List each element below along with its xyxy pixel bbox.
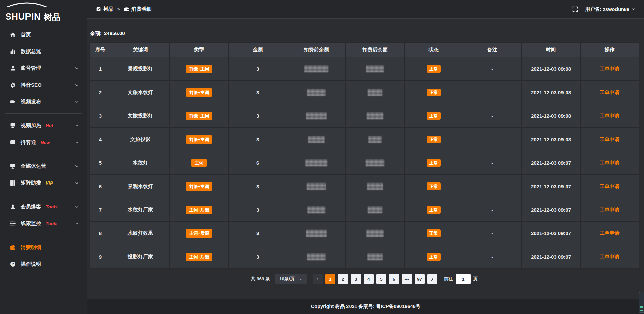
- breadcrumb: 树品>消费明细: [96, 6, 152, 12]
- chevron-down-icon: [75, 66, 79, 70]
- chevron-right-icon: [430, 277, 434, 281]
- sidebar-item-matrix-boost[interactable]: 矩阵助推VIP: [0, 174, 87, 191]
- cell-pre-balance: [287, 198, 346, 221]
- table-row: 8水纹灯效果主词+后缀3正常-2021-12-03 09:07工单申请: [90, 221, 639, 245]
- sidebar-item-account-management[interactable]: 账号管理: [0, 60, 87, 76]
- cell-index: 8: [90, 221, 111, 245]
- column-header: 类型: [170, 42, 228, 57]
- next-page-button[interactable]: [427, 274, 437, 284]
- masked-balance: [367, 253, 383, 260]
- masked-balance: [304, 65, 328, 72]
- corner-widget[interactable]: [639, 292, 644, 313]
- cell-keyword: 文旅水纹灯: [111, 81, 170, 104]
- cell-time: 2021-12-03 09:07: [522, 174, 580, 198]
- fullscreen-icon[interactable]: [572, 6, 578, 12]
- page-button-1[interactable]: 1: [325, 274, 335, 284]
- work-order-link[interactable]: 工单申请: [600, 207, 620, 212]
- sidebar-item-omnimedia-operation[interactable]: 全媒体运营: [0, 158, 87, 174]
- chevron-down-icon: [75, 205, 79, 209]
- sidebar-item-data-overview[interactable]: 数据总览: [0, 43, 87, 60]
- sidebar-item-video-heat[interactable]: 视频加热Hot: [0, 117, 87, 134]
- sidebar-item-label: 矩阵助推: [21, 180, 41, 186]
- sidebar-item-douyin-seo[interactable]: 抖音SEO: [0, 76, 87, 93]
- work-order-link[interactable]: 工单申请: [600, 184, 620, 189]
- page-button-5[interactable]: 5: [376, 274, 386, 284]
- cell-remark: -: [463, 174, 522, 198]
- page-button-3[interactable]: 3: [351, 274, 361, 284]
- sidebar-item-label: 抖音SEO: [21, 82, 42, 88]
- prev-page-button[interactable]: [313, 274, 323, 284]
- page-button-6[interactable]: 6: [389, 274, 399, 284]
- username-value: zswodun88: [603, 7, 629, 12]
- sidebar-item-label: 全媒体运营: [21, 163, 46, 169]
- cell-pre-balance: [287, 245, 346, 268]
- cell-type: 前缀+主词: [170, 104, 228, 127]
- page-ellipsis-button[interactable]: •••: [402, 274, 412, 284]
- sidebar-item-label: 账号管理: [21, 65, 41, 71]
- cell-status: 正常: [404, 151, 463, 174]
- sidebar-divider: [5, 154, 82, 154]
- user-menu[interactable]: 用户名: zswodun88: [585, 6, 636, 12]
- cell-status: 正常: [404, 245, 463, 268]
- topbar-right: 用户名: zswodun88: [572, 6, 636, 12]
- masked-balance: [366, 65, 384, 72]
- sidebar-item-douketong[interactable]: 抖客通New: [0, 134, 87, 151]
- breadcrumb-item[interactable]: 消费明细: [124, 6, 152, 12]
- sidebar-item-label: 视频发布: [21, 99, 41, 105]
- sidebar-item-label: 数据总览: [21, 48, 41, 55]
- sidebar-item-label: 线索监控: [21, 220, 41, 227]
- work-order-link[interactable]: 工单申请: [600, 90, 620, 95]
- work-order-link[interactable]: 工单申请: [600, 160, 620, 165]
- cell-amount: 6: [228, 151, 287, 174]
- breadcrumb-item[interactable]: 树品: [96, 6, 113, 12]
- work-order-link[interactable]: 工单申请: [600, 137, 620, 142]
- remark-value: -: [491, 66, 493, 72]
- remark-value: -: [491, 90, 493, 95]
- cell-remark: -: [463, 81, 522, 104]
- work-order-link[interactable]: 工单申请: [600, 254, 620, 259]
- sidebar-item-clue-monitor[interactable]: 线索监控Tools: [0, 215, 87, 232]
- page-button-4[interactable]: 4: [364, 274, 374, 284]
- table-row: 4文旅投影前缀+主词3正常-2021-12-03 09:08工单申请: [90, 127, 639, 151]
- cell-amount: 3: [228, 198, 287, 221]
- work-order-link[interactable]: 工单申请: [600, 113, 620, 118]
- type-tag: 前缀+主词: [186, 65, 213, 73]
- breadcrumb-label: 消费明细: [131, 6, 152, 12]
- cell-post-balance: [346, 221, 405, 245]
- cell-keyword: 景观水纹灯: [111, 174, 170, 198]
- cell-type: 前缀+主词: [170, 127, 228, 151]
- status-badge: 正常: [427, 65, 441, 73]
- sidebar-item-operation-guide[interactable]: ?操作说明: [0, 256, 87, 272]
- page-size-select[interactable]: 10条/页: [275, 274, 307, 284]
- masked-balance: [367, 183, 383, 190]
- cell-action: 工单申请: [580, 81, 639, 104]
- cell-keyword: 景观投影灯: [111, 57, 170, 81]
- column-header: 金额: [228, 42, 287, 57]
- cell-time: 2021-12-03 09:07: [522, 151, 580, 174]
- sidebar-divider: [5, 113, 82, 114]
- cell-pre-balance: [287, 127, 346, 151]
- sidebar-item-video-publish[interactable]: 视频发布: [0, 93, 87, 110]
- sidebar-item-consumption-details[interactable]: 消费明细: [0, 239, 87, 256]
- status-badge: 正常: [427, 112, 441, 120]
- cell-pre-balance: [287, 57, 346, 81]
- work-order-link[interactable]: 工单申请: [600, 66, 620, 71]
- sidebar-menu: 首页数据总览账号管理抖音SEO视频发布视频加热Hot抖客通New全媒体运营矩阵助…: [0, 24, 87, 272]
- sidebar-item-home[interactable]: 首页: [0, 26, 87, 43]
- display-icon: [10, 123, 16, 128]
- cell-type: 前缀+主词: [170, 57, 228, 81]
- work-order-link[interactable]: 工单申请: [600, 230, 620, 236]
- cell-index: 4: [90, 127, 111, 151]
- cell-pre-balance: [287, 174, 346, 198]
- status-badge: 正常: [427, 89, 441, 96]
- sidebar-item-member-baoke[interactable]: 会员爆客Tools: [0, 198, 87, 215]
- goto-page-input[interactable]: [456, 274, 471, 284]
- cell-type: 主词+后缀: [170, 198, 228, 221]
- masked-balance: [367, 112, 383, 119]
- cell-post-balance: [346, 81, 405, 104]
- page-button-2[interactable]: 2: [338, 274, 348, 284]
- cell-remark: -: [463, 104, 522, 127]
- status-badge: 正常: [427, 229, 441, 237]
- table-row: 5水纹灯主词6正常-2021-12-03 09:07工单申请: [90, 151, 639, 174]
- page-button-97[interactable]: 97: [415, 274, 425, 284]
